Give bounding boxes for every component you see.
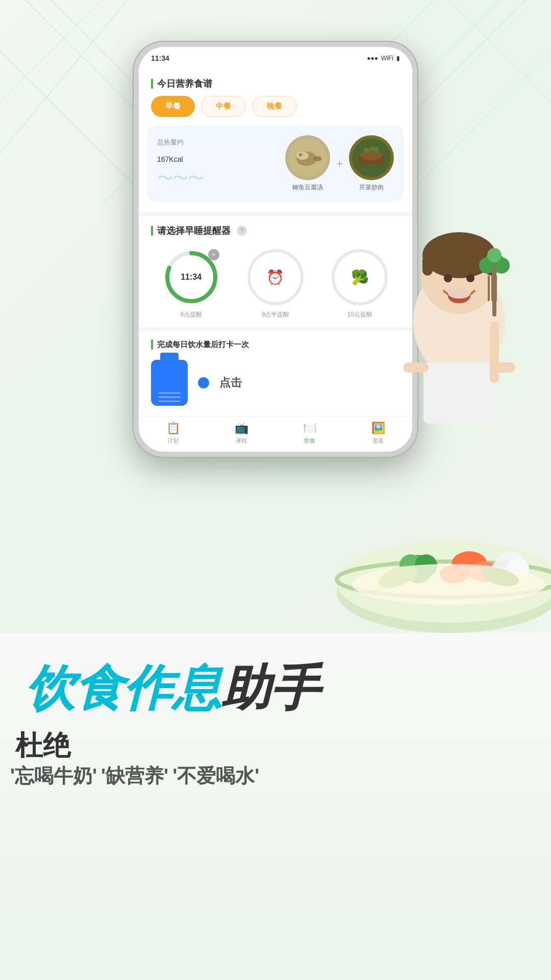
water-header: 完成每日饮水量后打卡一次 xyxy=(139,331,412,354)
tab-breakfast[interactable]: 早餐 xyxy=(151,96,195,117)
svg-rect-50 xyxy=(493,265,496,278)
plan-icon: 📋 xyxy=(166,422,180,435)
food-image-fish xyxy=(285,135,330,180)
close-badge-icon[interactable]: × xyxy=(208,249,219,260)
nav-label-diet: 饮食 xyxy=(304,437,315,445)
bottom-nav: 📋 计划 📺 课程 🍽️ 饮食 🖼️ 逛逛 xyxy=(139,416,412,452)
promo-sub-container: 杜绝 xyxy=(15,727,70,765)
plus-icon: + xyxy=(336,157,343,170)
fish-svg xyxy=(287,137,328,178)
section-divider-1 xyxy=(139,212,412,216)
sleep-title: 请选择早睡提醒器 xyxy=(157,225,231,237)
nav-label-course: 课程 xyxy=(236,437,247,445)
svg-rect-41 xyxy=(490,322,499,383)
water-action-text[interactable]: 点击 xyxy=(219,375,242,390)
meat-svg xyxy=(351,137,392,178)
svg-point-25 xyxy=(371,146,374,149)
promo-tag-3: '不爱喝水' xyxy=(172,763,259,789)
promo-du-jue: 杜绝 xyxy=(15,727,70,765)
section-bar-icon xyxy=(151,79,153,89)
water-progress-dot xyxy=(198,377,209,388)
svg-rect-38 xyxy=(423,362,495,424)
reminder-label-1: 9点提醒 xyxy=(180,310,202,319)
meal-tabs: 早餐 中餐 晚餐 xyxy=(139,96,412,125)
water-line-3 xyxy=(158,401,181,402)
course-icon: 📺 xyxy=(235,422,248,435)
reminder-circle-wrapper-2: ⏰ xyxy=(247,249,304,305)
battery-icon: ▮ xyxy=(396,55,400,62)
svg-rect-43 xyxy=(488,276,490,301)
water-line-1 xyxy=(158,393,181,394)
food-item-fish[interactable]: 鲫鱼豆腐汤 xyxy=(285,135,330,192)
water-section-bar xyxy=(151,339,153,350)
status-time: 11:34 xyxy=(151,54,169,62)
ring-inner-content: 11:34 xyxy=(181,273,202,282)
nav-item-course[interactable]: 📺 课程 xyxy=(235,422,248,445)
svg-point-37 xyxy=(448,288,470,299)
nav-item-diet[interactable]: 🍽️ 饮食 xyxy=(303,422,317,445)
water-bottle-icon xyxy=(151,360,188,406)
svg-point-18 xyxy=(296,152,309,160)
svg-point-49 xyxy=(487,248,502,262)
svg-rect-45 xyxy=(491,276,493,301)
svg-line-8 xyxy=(449,0,551,102)
meal-card: 总热量约 167Kcal 〜〜〜 xyxy=(147,125,404,202)
svg-point-65 xyxy=(352,564,546,605)
help-icon[interactable]: ? xyxy=(237,226,247,236)
svg-point-22 xyxy=(360,150,383,160)
food-name-meat: 芹菜炒肉 xyxy=(359,183,384,192)
svg-line-4 xyxy=(0,0,128,153)
reminder-item-2[interactable]: ⏰ 9点半提醒 xyxy=(247,249,304,319)
nav-item-plan[interactable]: 📋 计划 xyxy=(166,422,180,445)
reminder-time-1: 11:34 xyxy=(181,273,202,282)
promo-title-container: 饮食作息 助手 xyxy=(26,664,319,713)
phone-screen-container: 11:34 ●●● WiFi ▮ 今日营养食谱 早餐 中餐 晚餐 xyxy=(139,47,412,452)
calorie-unit: Kcal xyxy=(169,155,183,163)
section-divider-2 xyxy=(139,327,412,331)
calorie-value: 167Kcal xyxy=(157,149,277,165)
salad-bowl-svg xyxy=(327,490,551,653)
svg-point-24 xyxy=(374,146,379,151)
svg-point-34 xyxy=(444,274,452,282)
reminder-circle-2: ⏰ xyxy=(247,249,304,305)
reminder-item-1[interactable]: 11:34 × 9点提醒 xyxy=(163,249,219,319)
promo-tags-container: '忘喝牛奶' '缺营养' '不爱喝水' xyxy=(10,763,259,789)
calorie-label: 总热量约 xyxy=(157,138,277,147)
reminder-circle-wrapper-1: 11:34 × xyxy=(163,249,219,305)
calorie-info: 总热量约 167Kcal 〜〜〜 xyxy=(157,138,277,190)
tab-lunch[interactable]: 中餐 xyxy=(201,96,246,117)
wifi-icon: WiFi xyxy=(381,55,393,62)
tab-dinner[interactable]: 晚餐 xyxy=(252,96,297,117)
reminder-label-2: 9点半提醒 xyxy=(262,310,290,319)
nutrition-header: 今日营养食谱 xyxy=(139,69,412,96)
salad-bowl xyxy=(327,490,551,653)
steam-decoration: 〜〜〜 xyxy=(157,167,277,190)
food-name-fish: 鲫鱼豆腐汤 xyxy=(292,183,323,192)
sleep-section: 请选择早睡提醒器 ? xyxy=(139,216,412,327)
kid-svg xyxy=(372,219,546,516)
promo-title-rest: 助手 xyxy=(221,664,319,713)
svg-line-0 xyxy=(0,51,153,204)
promo-section: 饮食作息 助手 杜绝 '忘喝牛奶' '缺营养' '不爱喝水' xyxy=(0,633,551,980)
promo-title-highlight-1: 饮食作息 xyxy=(26,664,221,713)
svg-rect-39 xyxy=(403,362,429,373)
food-item-meat[interactable]: 芹菜炒肉 xyxy=(349,135,394,192)
svg-rect-44 xyxy=(495,276,497,301)
svg-point-23 xyxy=(364,148,369,153)
reminder-row: 11:34 × 9点提醒 ⏰ xyxy=(139,243,412,327)
alarm-icon: ⏰ xyxy=(266,269,284,286)
food-image-meat xyxy=(349,135,394,180)
water-content: 点击 xyxy=(139,354,412,416)
sleep-section-bar xyxy=(151,226,153,236)
signal-icon: ●●● xyxy=(367,55,378,62)
water-title: 完成每日饮水量后打卡一次 xyxy=(157,340,249,350)
nutrition-title: 今日营养食谱 xyxy=(157,78,212,90)
svg-line-6 xyxy=(398,51,551,204)
svg-rect-32 xyxy=(422,255,433,276)
app-screen: 11:34 ●●● WiFi ▮ 今日营养食谱 早餐 中餐 晚餐 xyxy=(139,47,412,452)
water-line-2 xyxy=(158,397,181,398)
promo-tag-2: '缺营养' xyxy=(101,763,168,789)
broccoli-icon: 🥦 xyxy=(351,269,369,286)
svg-point-35 xyxy=(466,274,474,282)
svg-point-19 xyxy=(299,153,302,156)
